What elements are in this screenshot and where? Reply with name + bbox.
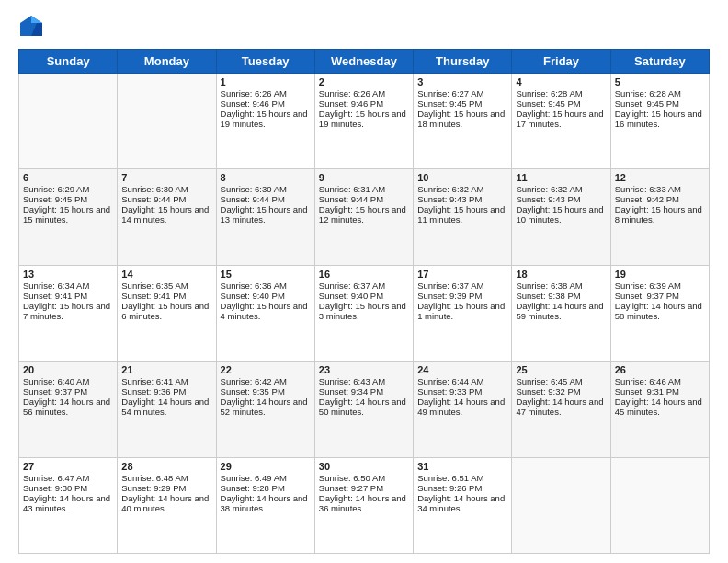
day-info-line: Sunrise: 6:36 AM xyxy=(221,281,311,291)
day-info-line: Sunset: 9:33 PM xyxy=(417,386,507,396)
day-info-line: Sunrise: 6:38 AM xyxy=(516,281,606,291)
day-number: 27 xyxy=(23,461,113,472)
calendar-cell: 6Sunrise: 6:29 AMSunset: 9:45 PMDaylight… xyxy=(19,169,118,265)
day-number: 22 xyxy=(221,364,311,375)
calendar-cell: 20Sunrise: 6:40 AMSunset: 9:37 PMDayligh… xyxy=(19,362,118,457)
calendar-cell: 26Sunrise: 6:46 AMSunset: 9:31 PMDayligh… xyxy=(610,362,709,457)
day-info-line: Sunrise: 6:42 AM xyxy=(221,376,311,386)
day-info-line: Sunset: 9:45 PM xyxy=(615,98,705,109)
day-info-line: Sunset: 9:44 PM xyxy=(121,194,211,204)
day-info-line: Sunset: 9:44 PM xyxy=(221,194,311,204)
day-info-line: Sunrise: 6:26 AM xyxy=(221,88,311,98)
day-number: 10 xyxy=(417,172,507,183)
day-info-line: Sunset: 9:39 PM xyxy=(417,291,507,301)
day-info-line: Daylight: 15 hours and 6 minutes. xyxy=(121,301,211,321)
day-number: 28 xyxy=(121,461,211,472)
day-info-line: Daylight: 15 hours and 14 minutes. xyxy=(121,204,211,224)
svg-marker-2 xyxy=(31,16,42,23)
calendar-cell: 29Sunrise: 6:49 AMSunset: 9:28 PMDayligh… xyxy=(216,457,314,553)
day-info-line: Daylight: 15 hours and 12 minutes. xyxy=(319,204,409,224)
calendar-cell: 13Sunrise: 6:34 AMSunset: 9:41 PMDayligh… xyxy=(19,265,118,361)
page: SundayMondayTuesdayWednesdayThursdayFrid… xyxy=(0,0,728,563)
calendar-cell: 24Sunrise: 6:44 AMSunset: 9:33 PMDayligh… xyxy=(414,362,512,457)
day-number: 29 xyxy=(221,461,311,472)
calendar-cell: 14Sunrise: 6:35 AMSunset: 9:41 PMDayligh… xyxy=(118,265,216,361)
calendar-cell: 16Sunrise: 6:37 AMSunset: 9:40 PMDayligh… xyxy=(314,265,413,361)
col-header-wednesday: Wednesday xyxy=(314,50,413,74)
day-info-line: Daylight: 14 hours and 36 minutes. xyxy=(319,493,409,513)
day-number: 11 xyxy=(516,172,606,183)
day-info-line: Daylight: 14 hours and 43 minutes. xyxy=(23,493,113,513)
calendar-cell: 12Sunrise: 6:33 AMSunset: 9:42 PMDayligh… xyxy=(610,169,709,265)
day-number: 8 xyxy=(221,172,311,183)
day-info-line: Sunset: 9:37 PM xyxy=(23,386,113,396)
day-info-line: Sunrise: 6:30 AM xyxy=(121,184,211,194)
day-info-line: Sunrise: 6:31 AM xyxy=(319,184,409,194)
day-info-line: Daylight: 15 hours and 8 minutes. xyxy=(615,204,705,224)
day-info-line: Sunrise: 6:50 AM xyxy=(319,473,409,483)
calendar-cell: 31Sunrise: 6:51 AMSunset: 9:26 PMDayligh… xyxy=(414,457,512,553)
day-number: 30 xyxy=(319,461,409,472)
day-info-line: Sunrise: 6:28 AM xyxy=(516,88,606,98)
day-info-line: Sunrise: 6:33 AM xyxy=(615,184,705,194)
day-info-line: Sunset: 9:31 PM xyxy=(615,386,705,396)
header xyxy=(18,14,710,40)
day-info-line: Sunset: 9:46 PM xyxy=(319,98,409,109)
day-info-line: Sunset: 9:42 PM xyxy=(615,194,705,204)
calendar-cell: 21Sunrise: 6:41 AMSunset: 9:36 PMDayligh… xyxy=(118,362,216,457)
day-info-line: Sunset: 9:45 PM xyxy=(516,98,606,109)
day-info-line: Daylight: 14 hours and 56 minutes. xyxy=(23,396,113,417)
calendar-cell: 8Sunrise: 6:30 AMSunset: 9:44 PMDaylight… xyxy=(216,169,314,265)
day-info-line: Sunset: 9:26 PM xyxy=(417,483,507,493)
day-info-line: Daylight: 15 hours and 19 minutes. xyxy=(221,109,311,129)
calendar-cell: 25Sunrise: 6:45 AMSunset: 9:32 PMDayligh… xyxy=(512,362,610,457)
day-info-line: Sunset: 9:43 PM xyxy=(417,194,507,204)
day-info-line: Sunset: 9:41 PM xyxy=(23,291,113,301)
day-info-line: Sunrise: 6:40 AM xyxy=(23,376,113,386)
calendar-cell xyxy=(512,457,610,553)
calendar-cell xyxy=(19,74,118,169)
day-info-line: Sunrise: 6:48 AM xyxy=(121,473,211,483)
day-info-line: Sunrise: 6:46 AM xyxy=(615,376,705,386)
day-info-line: Daylight: 14 hours and 49 minutes. xyxy=(417,396,507,417)
day-info-line: Daylight: 15 hours and 15 minutes. xyxy=(23,204,113,224)
calendar-cell xyxy=(610,457,709,553)
day-info-line: Daylight: 15 hours and 11 minutes. xyxy=(417,204,507,224)
day-number: 12 xyxy=(615,172,705,183)
calendar-cell: 23Sunrise: 6:43 AMSunset: 9:34 PMDayligh… xyxy=(314,362,413,457)
day-info-line: Sunrise: 6:45 AM xyxy=(516,376,606,386)
day-info-line: Sunrise: 6:34 AM xyxy=(23,281,113,291)
day-info-line: Sunset: 9:40 PM xyxy=(319,291,409,301)
calendar-table: SundayMondayTuesdayWednesdayThursdayFrid… xyxy=(18,49,710,554)
calendar-cell: 4Sunrise: 6:28 AMSunset: 9:45 PMDaylight… xyxy=(512,74,610,169)
calendar-cell: 9Sunrise: 6:31 AMSunset: 9:44 PMDaylight… xyxy=(314,169,413,265)
day-info-line: Sunrise: 6:51 AM xyxy=(417,473,507,483)
col-header-friday: Friday xyxy=(512,50,610,74)
day-info-line: Sunrise: 6:43 AM xyxy=(319,376,409,386)
day-info-line: Sunset: 9:43 PM xyxy=(516,194,606,204)
calendar-cell: 27Sunrise: 6:47 AMSunset: 9:30 PMDayligh… xyxy=(19,457,118,553)
day-number: 24 xyxy=(417,364,507,375)
day-number: 17 xyxy=(417,269,507,280)
day-info-line: Sunrise: 6:32 AM xyxy=(417,184,507,194)
day-info-line: Daylight: 15 hours and 10 minutes. xyxy=(516,204,606,224)
calendar-cell: 5Sunrise: 6:28 AMSunset: 9:45 PMDaylight… xyxy=(610,74,709,169)
day-info-line: Sunset: 9:30 PM xyxy=(23,483,113,493)
calendar-cell: 7Sunrise: 6:30 AMSunset: 9:44 PMDaylight… xyxy=(118,169,216,265)
day-info-line: Sunrise: 6:26 AM xyxy=(319,88,409,98)
day-info-line: Daylight: 15 hours and 1 minute. xyxy=(417,301,507,321)
day-info-line: Sunrise: 6:27 AM xyxy=(417,88,507,98)
day-info-line: Sunrise: 6:29 AM xyxy=(23,184,113,194)
day-number: 31 xyxy=(417,461,507,472)
day-info-line: Daylight: 15 hours and 17 minutes. xyxy=(516,109,606,129)
day-info-line: Sunset: 9:36 PM xyxy=(121,386,211,396)
calendar-cell: 11Sunrise: 6:32 AMSunset: 9:43 PMDayligh… xyxy=(512,169,610,265)
day-number: 26 xyxy=(615,364,705,375)
calendar-cell: 2Sunrise: 6:26 AMSunset: 9:46 PMDaylight… xyxy=(314,74,413,169)
day-info-line: Sunset: 9:29 PM xyxy=(121,483,211,493)
day-info-line: Sunset: 9:41 PM xyxy=(121,291,211,301)
day-info-line: Sunset: 9:45 PM xyxy=(23,194,113,204)
day-number: 4 xyxy=(516,76,606,87)
col-header-saturday: Saturday xyxy=(610,50,709,74)
calendar-cell: 15Sunrise: 6:36 AMSunset: 9:40 PMDayligh… xyxy=(216,265,314,361)
